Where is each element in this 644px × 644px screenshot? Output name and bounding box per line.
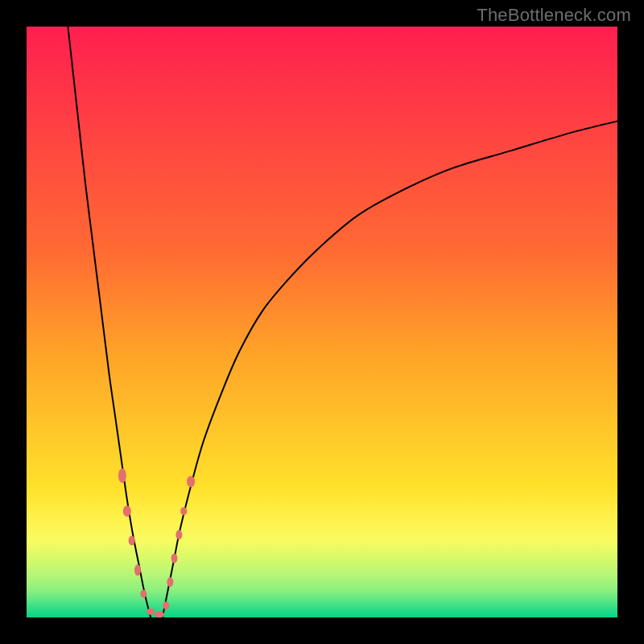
data-marker — [167, 577, 173, 587]
chart-frame: TheBottleneck.com — [0, 0, 644, 644]
watermark-text: TheBottleneck.com — [477, 5, 631, 26]
data-marker — [187, 476, 195, 487]
chart-svg — [27, 27, 617, 617]
data-marker — [123, 506, 131, 517]
chart-plot-area — [27, 27, 617, 617]
data-marker — [134, 564, 141, 576]
data-marker — [171, 554, 178, 564]
curve-right-branch — [163, 121, 617, 617]
data-marker — [163, 601, 169, 609]
data-marker — [175, 530, 182, 539]
data-marker — [180, 507, 187, 515]
data-marker — [147, 609, 155, 615]
data-marker — [155, 611, 164, 617]
curve-left-branch — [68, 27, 151, 617]
data-marker — [129, 536, 135, 546]
data-marker — [140, 590, 147, 598]
marker-group — [118, 469, 195, 617]
data-marker — [118, 469, 126, 483]
